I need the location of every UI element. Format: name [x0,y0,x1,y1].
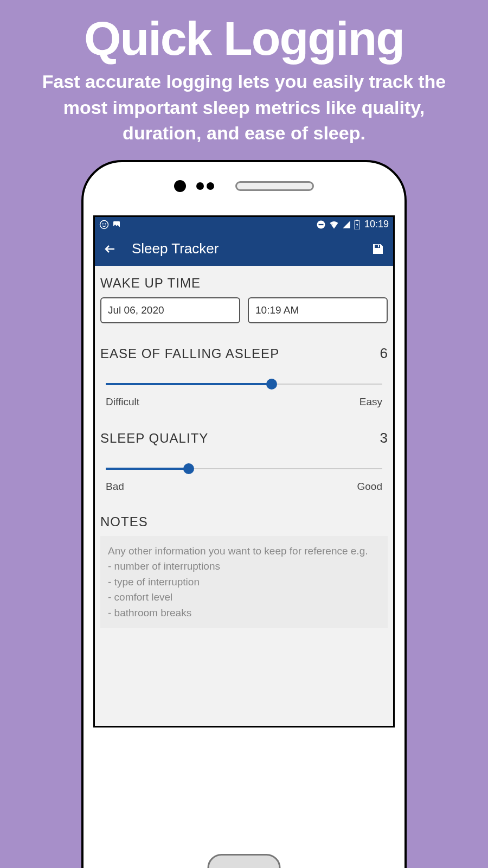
ease-min-label: Difficult [106,396,139,408]
app-bar: Sleep Tracker [95,232,393,266]
sensor-icon [196,182,214,190]
home-button[interactable] [208,854,281,868]
notes-input[interactable]: Any other information you want to keep f… [100,536,388,629]
quality-label: SLEEP QUALITY [100,431,208,446]
app-notify-icon [99,220,109,229]
wake-label: WAKE UP TIME [100,276,388,291]
ease-section: EASE OF FALLING ASLEEP 6 Difficult Easy [100,345,388,408]
ease-slider[interactable] [106,379,382,390]
svg-rect-5 [318,224,323,225]
svg-point-0 [100,220,108,228]
quality-max-label: Good [357,481,382,493]
promo-subtitle: Fast accurate logging lets you easily tr… [33,69,455,146]
svg-point-6 [331,224,332,225]
battery-icon [354,220,360,229]
quality-section: SLEEP QUALITY 3 Bad Good [100,430,388,493]
content-area: WAKE UP TIME Jul 06, 2020 10:19 AM EASE … [95,266,393,726]
back-button[interactable] [104,242,117,256]
status-bar: 10:19 [95,217,393,232]
svg-rect-8 [356,220,358,221]
quality-slider[interactable] [106,463,382,474]
promo-header: Quick Logging Fast accurate logging lets… [0,0,488,152]
svg-rect-10 [378,245,379,247]
screen: 10:19 Sleep Tracker WAKE UP TIME Jul 06,… [93,215,395,727]
phone-hardware [93,178,395,194]
ease-max-label: Easy [359,396,382,408]
phone-frame: 10:19 Sleep Tracker WAKE UP TIME Jul 06,… [81,160,407,868]
slider-thumb-icon[interactable] [183,463,194,474]
status-time: 10:19 [364,219,389,230]
save-button[interactable] [371,242,384,256]
dnd-icon [316,220,326,229]
svg-rect-9 [375,245,380,248]
camera-icon [174,180,186,192]
speaker-icon [235,181,314,191]
date-input[interactable]: Jul 06, 2020 [100,297,240,323]
notes-label: NOTES [100,514,388,529]
slider-thumb-icon[interactable] [266,379,277,390]
ease-value: 6 [380,345,388,362]
svg-point-2 [105,223,106,224]
gallery-icon [112,220,121,229]
wifi-icon [329,220,339,229]
svg-point-1 [102,223,104,224]
quality-value: 3 [380,430,388,446]
promo-title: Quick Logging [33,11,455,66]
signal-icon [342,220,351,229]
app-title: Sleep Tracker [132,240,219,257]
ease-label: EASE OF FALLING ASLEEP [100,346,279,361]
quality-min-label: Bad [106,481,124,493]
time-input[interactable]: 10:19 AM [248,297,388,323]
